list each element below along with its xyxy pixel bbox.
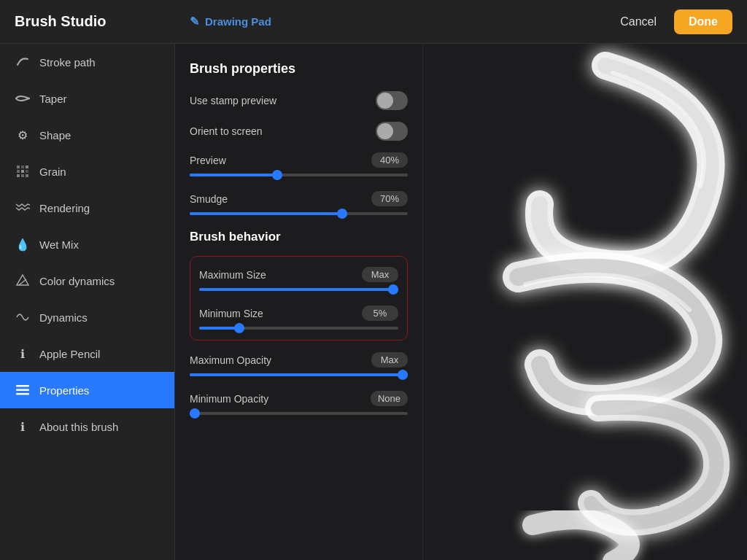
- header-actions: Cancel Done: [611, 9, 732, 34]
- minimum-opacity-slider-track[interactable]: [190, 412, 408, 415]
- minimum-opacity-slider-row: Minimum Opacity None: [190, 391, 408, 415]
- main-layout: Stroke path Taper ⚙ Shape: [0, 44, 747, 560]
- sidebar-item-about[interactable]: ℹ About this brush: [0, 408, 174, 445]
- sidebar-item-label: Stroke path: [39, 56, 96, 69]
- maximum-opacity-slider-track[interactable]: [190, 373, 408, 376]
- svg-rect-8: [26, 174, 28, 177]
- minimum-size-slider-track[interactable]: [199, 327, 398, 330]
- sidebar-item-dynamics[interactable]: Dynamics: [0, 299, 174, 335]
- maximum-size-header: Maximum Size Max: [199, 267, 398, 282]
- maximum-opacity-label: Maximum Opacity: [190, 354, 271, 366]
- color-dynamics-icon: [15, 273, 31, 289]
- svg-rect-4: [21, 170, 24, 173]
- stroke-path-icon: [15, 54, 31, 70]
- sidebar-item-color-dynamics[interactable]: Color dynamics: [0, 262, 174, 299]
- brush-strokes-canvas: [423, 44, 747, 560]
- svg-rect-2: [26, 166, 28, 168]
- sidebar-item-shape[interactable]: ⚙ Shape: [0, 117, 174, 153]
- smudge-slider-track[interactable]: [190, 212, 408, 215]
- minimum-size-slider-fill: [199, 327, 239, 330]
- svg-rect-11: [16, 385, 29, 387]
- minimum-size-slider-thumb[interactable]: [234, 323, 244, 333]
- maximum-opacity-slider-fill: [190, 373, 408, 376]
- minimum-opacity-header: Minimum Opacity None: [190, 391, 408, 406]
- smudge-value: 70%: [371, 191, 408, 206]
- sidebar-item-label: Apple Pencil: [39, 348, 100, 360]
- sidebar-item-properties[interactable]: Properties: [0, 372, 174, 408]
- sidebar-item-label: Properties: [39, 384, 89, 397]
- brush-preview-area: [423, 44, 747, 560]
- smudge-slider-header: Smudge 70%: [190, 191, 408, 206]
- smudge-slider-row: Smudge 70%: [190, 191, 408, 215]
- sidebar-item-label: Taper: [39, 93, 67, 105]
- minimum-size-header: Minimum Size 5%: [199, 306, 398, 321]
- sidebar-item-taper[interactable]: Taper: [0, 80, 174, 117]
- minimum-opacity-slider-thumb[interactable]: [190, 408, 200, 419]
- cancel-button[interactable]: Cancel: [611, 11, 665, 33]
- maximum-size-value: Max: [362, 267, 398, 282]
- orient-to-screen-toggle[interactable]: [376, 122, 408, 141]
- wet-mix-icon: 💧: [15, 236, 31, 252]
- use-stamp-preview-toggle[interactable]: [376, 91, 408, 110]
- orient-to-screen-label: Orient to screen: [190, 125, 263, 137]
- sidebar-item-stroke-path[interactable]: Stroke path: [0, 44, 174, 80]
- sidebar-item-label: Dynamics: [39, 311, 88, 324]
- preview-slider-header: Preview 40%: [190, 152, 408, 168]
- minimum-size-label: Minimum Size: [199, 308, 263, 319]
- brush-behavior-box: Maximum Size Max Minimum Size 5%: [190, 256, 408, 341]
- sidebar-item-label: Color dynamics: [39, 275, 115, 287]
- properties-icon: [15, 382, 31, 398]
- maximum-size-slider-thumb[interactable]: [388, 284, 398, 295]
- sidebar-item-apple-pencil[interactable]: ℹ Apple Pencil: [0, 335, 174, 372]
- svg-marker-9: [17, 275, 28, 285]
- orient-to-screen-row: Orient to screen: [190, 122, 408, 141]
- preview-slider-track[interactable]: [190, 174, 408, 176]
- maximum-size-label: Maximum Size: [199, 269, 266, 281]
- sidebar-item-grain[interactable]: Grain: [0, 153, 174, 190]
- sidebar-item-label: Rendering: [39, 202, 90, 214]
- use-stamp-preview-row: Use stamp preview: [190, 91, 408, 110]
- smudge-slider-fill: [190, 212, 342, 215]
- shape-icon: ⚙: [15, 127, 31, 143]
- sidebar: Stroke path Taper ⚙ Shape: [0, 44, 175, 560]
- drawing-pad-icon: ✎: [190, 15, 199, 28]
- preview-label: Preview: [190, 155, 226, 166]
- maximum-opacity-value: Max: [371, 352, 408, 368]
- taper-icon: [15, 90, 31, 106]
- maximum-size-slider-row: Maximum Size Max: [199, 267, 398, 291]
- smudge-slider-thumb[interactable]: [337, 209, 347, 219]
- drawing-pad-label: Drawing Pad: [205, 15, 271, 28]
- sidebar-item-label: Shape: [39, 129, 71, 141]
- maximum-opacity-slider-row: Maximum Opacity Max: [190, 352, 408, 376]
- app-title: Brush Studio: [15, 13, 190, 30]
- rendering-icon: [15, 200, 31, 216]
- about-icon: ℹ: [15, 419, 31, 435]
- maximum-size-slider-fill: [199, 288, 398, 291]
- maximum-size-slider-track[interactable]: [199, 288, 398, 291]
- svg-rect-6: [17, 174, 20, 177]
- svg-rect-12: [16, 389, 29, 392]
- grain-icon: [15, 163, 31, 179]
- maximum-opacity-header: Maximum Opacity Max: [190, 352, 408, 368]
- svg-rect-0: [17, 166, 20, 168]
- done-button[interactable]: Done: [674, 9, 732, 34]
- minimum-opacity-label: Minimum Opacity: [190, 393, 268, 405]
- brush-properties-title: Brush properties: [190, 61, 408, 77]
- svg-rect-3: [17, 170, 20, 173]
- svg-rect-7: [21, 174, 24, 177]
- preview-slider-row: Preview 40%: [190, 152, 408, 176]
- sidebar-item-rendering[interactable]: Rendering: [0, 190, 174, 226]
- smudge-label: Smudge: [190, 193, 228, 205]
- preview-slider-thumb[interactable]: [272, 170, 282, 180]
- maximum-opacity-slider-thumb[interactable]: [398, 370, 408, 380]
- sidebar-item-wet-mix[interactable]: 💧 Wet Mix: [0, 226, 174, 262]
- preview-slider-fill: [190, 174, 277, 176]
- minimum-size-slider-row: Minimum Size 5%: [199, 306, 398, 330]
- svg-rect-1: [21, 166, 24, 168]
- minimum-size-value: 5%: [362, 306, 398, 321]
- content-panel: Brush properties Use stamp preview Orien…: [175, 44, 423, 560]
- svg-rect-13: [16, 393, 29, 395]
- sidebar-item-label: About this brush: [39, 421, 118, 433]
- drawing-pad-button[interactable]: ✎ Drawing Pad: [190, 15, 611, 28]
- dynamics-icon: [15, 309, 31, 325]
